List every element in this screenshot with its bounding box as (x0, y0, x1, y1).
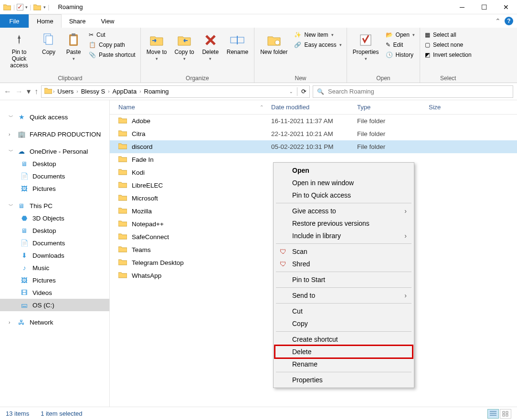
sidebar-item-documents[interactable]: 📄Documents (0, 170, 109, 182)
column-name[interactable]: Name⌃ (115, 104, 267, 111)
ctx-cut[interactable]: Cut (275, 305, 412, 317)
chevron-right-icon[interactable]: › (139, 89, 141, 94)
search-box[interactable]: 🔍 (313, 85, 513, 98)
share-tab[interactable]: Share (62, 14, 94, 28)
move-to-button[interactable]: Move to▾ (144, 30, 170, 64)
refresh-button[interactable]: ⟳ (301, 88, 306, 95)
folder-icon (118, 181, 127, 189)
pin-to-quick-access-button[interactable]: Pin to Quick access (3, 30, 35, 71)
home-tab[interactable]: Home (29, 14, 62, 28)
ctx-open-new-window[interactable]: Open in new window (275, 177, 412, 189)
breadcrumb-bar[interactable]: › Users › Blessy S › AppData › Roaming ⌄… (41, 85, 310, 98)
table-row[interactable]: Citra22-12-2021 10:21 AMFile folder (110, 127, 517, 140)
copy-to-button[interactable]: Copy to▾ (171, 30, 197, 64)
close-button[interactable]: ✕ (495, 0, 517, 14)
sidebar-item-downloads[interactable]: ⬇Downloads (0, 249, 109, 262)
ctx-pin-start[interactable]: Pin to Start (275, 273, 412, 286)
breadcrumb-item[interactable]: Roaming (142, 88, 171, 95)
invert-icon: ◩ (425, 52, 430, 58)
chevron-right-icon[interactable]: › (53, 89, 54, 94)
file-name: Mozilla (132, 208, 152, 215)
ctx-send-to[interactable]: Send to› (275, 289, 412, 302)
details-view-button[interactable] (487, 409, 499, 419)
edit-button[interactable]: ✎Edit (384, 41, 417, 49)
sidebar-quick-access[interactable]: ﹀★Quick access (0, 111, 109, 123)
shortcut-icon: 📎 (89, 52, 96, 58)
file-name: Kodi (132, 169, 145, 176)
sidebar-farrad[interactable]: ›🏢FARRAD PRODUCTION (0, 128, 109, 140)
path-icon: 📋 (89, 42, 96, 48)
status-item-count: 13 items (6, 410, 29, 417)
sidebar-item-3dobjects[interactable]: ⬣3D Objects (0, 212, 109, 224)
new-folder-button[interactable]: New folder (257, 30, 290, 57)
icons-view-button[interactable] (500, 409, 511, 419)
sidebar-item-pictures[interactable]: 🖼Pictures (0, 274, 109, 286)
maximize-button[interactable]: ☐ (473, 0, 495, 14)
easy-access-button[interactable]: 🔗Easy access ▾ (292, 41, 343, 49)
table-row[interactable]: discord05-02-2022 10:31 PMFile folder (110, 140, 517, 153)
breadcrumb-item[interactable]: AppData (111, 88, 139, 95)
copy-button[interactable]: Copy (37, 30, 60, 57)
invert-selection-button[interactable]: ◩Invert selection (423, 51, 474, 59)
sidebar-item-pictures[interactable]: 🖼Pictures (0, 182, 109, 195)
rename-button[interactable]: Rename (224, 30, 251, 57)
ctx-properties[interactable]: Properties (275, 374, 412, 386)
select-none-button[interactable]: ▢Select none (423, 41, 474, 49)
breadcrumb-item[interactable]: Blessy S (79, 88, 107, 95)
open-button[interactable]: 📂Open ▾ (384, 31, 417, 39)
address-dropdown-icon[interactable]: ⌄ (289, 89, 293, 94)
nav-up-button[interactable]: ↑ (34, 87, 38, 96)
new-item-button[interactable]: ✨New item ▾ (292, 31, 343, 39)
nav-history-dropdown[interactable]: ▾ (27, 87, 31, 96)
ctx-copy[interactable]: Copy (275, 317, 412, 330)
qat-dropdown-icon[interactable]: ▾ (25, 5, 28, 10)
sidebar-item-documents[interactable]: 📄Documents (0, 237, 109, 249)
sidebar-item-os-c[interactable]: 🖴OS (C:) (0, 299, 109, 311)
sidebar-item-desktop[interactable]: 🖥Desktop (0, 158, 109, 170)
ctx-give-access[interactable]: Give access to› (275, 205, 412, 217)
ctx-scan[interactable]: 🛡Scan (275, 245, 412, 258)
search-input[interactable] (328, 88, 509, 95)
column-date[interactable]: Date modified (267, 104, 353, 111)
sidebar-network[interactable]: ›🖧Network (0, 316, 109, 328)
sidebar-item-videos[interactable]: 🎞Videos (0, 286, 109, 299)
column-size[interactable]: Size (425, 104, 473, 111)
nav-forward-button[interactable]: → (15, 87, 23, 96)
ctx-include-library[interactable]: Include in library› (275, 230, 412, 242)
chevron-right-icon[interactable]: › (76, 89, 78, 94)
ctx-delete[interactable]: Delete (275, 346, 412, 358)
file-name: Notepad++ (132, 220, 164, 228)
properties-button[interactable]: Properties▾ (350, 30, 382, 64)
select-all-button[interactable]: ▦Select all (423, 31, 474, 39)
sidebar-this-pc[interactable]: ﹀🖥This PC (0, 200, 109, 212)
ctx-open[interactable]: Open (275, 164, 412, 177)
minimize-button[interactable]: ─ (451, 0, 473, 14)
sidebar-item-music[interactable]: ♪Music (0, 262, 109, 274)
qat-checkbox-icon[interactable] (17, 4, 23, 10)
ctx-restore-versions[interactable]: Restore previous versions (275, 217, 412, 230)
copy-path-button[interactable]: 📋Copy path (87, 41, 137, 49)
paste-button[interactable]: Paste ▾ (62, 30, 85, 64)
qat-folder-icon[interactable] (33, 3, 42, 11)
table-row[interactable]: Adobe16-11-2021 11:37 AMFile folder (110, 115, 517, 127)
cut-button[interactable]: ✂Cut (87, 31, 137, 39)
file-tab[interactable]: File (0, 14, 29, 28)
collapse-ribbon-icon[interactable]: ⌃ (495, 17, 501, 25)
delete-button[interactable]: Delete▾ (199, 30, 222, 64)
qat-dropdown-icon[interactable]: ▾ (43, 5, 46, 10)
ctx-rename[interactable]: Rename (275, 358, 412, 370)
history-button[interactable]: 🕓History (384, 51, 417, 59)
sidebar-item-desktop[interactable]: 🖥Desktop (0, 224, 109, 237)
ctx-pin-quick-access[interactable]: Pin to Quick access (275, 189, 412, 201)
column-type[interactable]: Type (353, 104, 425, 111)
ctx-shred[interactable]: 🛡Shred (275, 258, 412, 270)
delete-label: Delete (202, 49, 219, 55)
paste-shortcut-button[interactable]: 📎Paste shortcut (87, 51, 137, 59)
sidebar-onedrive[interactable]: ﹀☁OneDrive - Personal (0, 145, 109, 158)
nav-back-button[interactable]: ← (4, 87, 11, 96)
breadcrumb-item[interactable]: Users (55, 88, 75, 95)
view-tab[interactable]: View (93, 14, 122, 28)
ctx-create-shortcut[interactable]: Create shortcut (275, 333, 412, 346)
chevron-right-icon[interactable]: › (108, 89, 109, 94)
help-icon[interactable]: ? (505, 17, 513, 25)
